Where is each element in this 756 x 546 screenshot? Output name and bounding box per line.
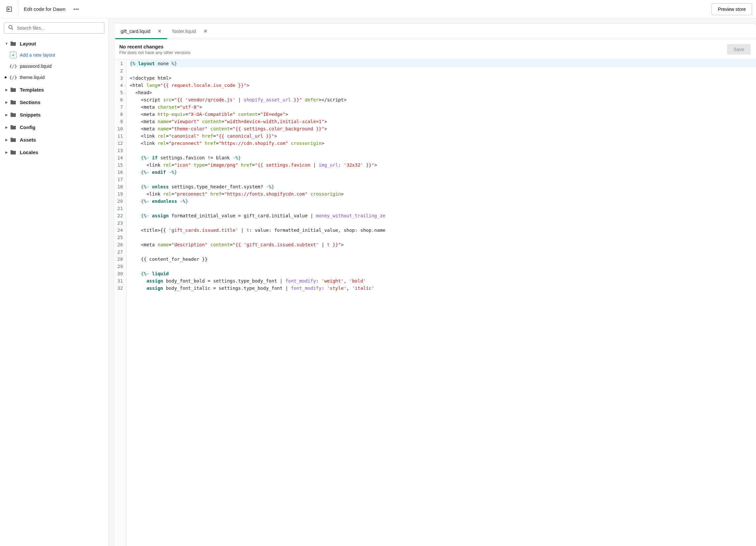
folder-sections[interactable]: ▶ Sections	[3, 96, 106, 108]
folder-icon	[10, 136, 16, 143]
code-line[interactable]	[130, 205, 756, 212]
liquid-file-icon: {/}	[10, 63, 16, 70]
folder-snippets[interactable]: ▶ Snippets	[3, 109, 106, 121]
folder-icon	[10, 124, 16, 130]
chevron-right-icon: ▶	[5, 88, 9, 92]
add-layout-label: Add a new layout	[20, 52, 55, 58]
code-line[interactable]: <link rel="canonical" href="{{ canonical…	[130, 132, 756, 140]
folder-locales[interactable]: ▶ Locales	[3, 146, 106, 158]
code-line[interactable]	[130, 176, 756, 183]
code-line[interactable]: <meta charset="utf-8">	[130, 103, 756, 111]
folder-label: Templates	[20, 87, 44, 93]
folder-templates[interactable]: ▶ Templates	[3, 84, 106, 96]
code-line[interactable]: {%- endif -%}	[130, 169, 756, 176]
file-label: theme.liquid	[20, 75, 45, 80]
folder-icon	[10, 99, 16, 105]
chevron-right-icon: ▶	[5, 151, 9, 154]
folder-icon	[10, 86, 16, 93]
code-line[interactable]: <!doctype html>	[130, 74, 756, 82]
code-line[interactable]: <meta name="viewport" content="width=dev…	[130, 118, 756, 125]
line-number: 3	[117, 74, 123, 82]
code-line[interactable]: {%- if settings.favicon != blank -%}	[130, 154, 756, 161]
folder-icon	[10, 111, 16, 118]
line-number: 29	[117, 263, 123, 270]
line-number: 21	[117, 205, 123, 212]
code-line[interactable]: {%- unless settings.type_header_font.sys…	[130, 183, 756, 190]
code-line[interactable]: <link rel="preconnect" href="https://fon…	[130, 190, 756, 198]
chevron-right-icon: ▶	[5, 113, 9, 117]
close-icon[interactable]: ✕	[158, 28, 162, 34]
svg-point-1	[9, 25, 12, 29]
tab-label: footer.liquid	[172, 29, 196, 34]
status-subtitle: File does not have any other versions	[119, 50, 190, 55]
line-number: 20	[117, 198, 123, 205]
code-line[interactable]: <script src="{{ 'vendor/qrcode.js' | sho…	[130, 96, 756, 103]
code-line[interactable]: assign body_font_bold = settings.type_bo…	[130, 277, 756, 284]
code-line[interactable]: <meta name="description" content="{{ 'gi…	[130, 241, 756, 248]
code-line[interactable]: <link rel="preconnect" href="https://cdn…	[130, 140, 756, 147]
exit-button[interactable]	[0, 0, 18, 18]
code-line[interactable]: {% layout none %}	[130, 60, 756, 67]
tab-footer[interactable]: footer.liquid ✕	[167, 24, 213, 39]
file-label: password.liquid	[20, 64, 52, 69]
tab-gift-card[interactable]: gift_card.liquid ✕	[115, 24, 167, 39]
folder-label: Snippets	[20, 112, 41, 118]
preview-store-button[interactable]: Preview store	[712, 3, 752, 15]
folder-icon	[10, 149, 16, 156]
line-number: 26	[117, 241, 123, 248]
folder-assets[interactable]: ▶ Assets	[3, 134, 106, 146]
code-line[interactable]: <html lang="{{ request.locale.iso_code }…	[130, 82, 756, 89]
code-line[interactable]: <head>	[130, 89, 756, 96]
liquid-file-icon: {/}	[10, 74, 16, 81]
file-theme-liquid[interactable]: {/} theme.liquid	[3, 72, 106, 83]
folder-icon	[10, 40, 16, 47]
code-line[interactable]: {%- assign formatted_initial_value = gif…	[130, 212, 756, 219]
close-icon[interactable]: ✕	[203, 28, 208, 34]
code-line[interactable]	[130, 67, 756, 74]
fold-icon[interactable]: ⌄	[124, 82, 126, 89]
editor-pane: gift_card.liquid ✕ footer.liquid ✕ No re…	[109, 18, 756, 546]
code-line[interactable]: {%- liquid	[130, 270, 756, 277]
more-button[interactable]: •••	[71, 5, 82, 13]
code-line[interactable]	[130, 248, 756, 256]
folder-label: Assets	[20, 137, 36, 143]
line-number: 16	[117, 169, 123, 176]
code-line[interactable]: {%- endunless -%}	[130, 198, 756, 205]
code-line[interactable]: <meta http-equiv="X-UA-Compatible" conte…	[130, 111, 756, 118]
page-title: Edit code for Dawn	[18, 6, 71, 12]
code-line[interactable]	[130, 234, 756, 241]
code-line[interactable]: <meta name="theme-color" content="{{ set…	[130, 125, 756, 132]
save-button[interactable]: Save	[727, 44, 751, 55]
code-line[interactable]	[130, 219, 756, 227]
line-number: 4⌄	[117, 82, 123, 89]
code-line[interactable]: <title>{{ 'gift_cards.issued.title' | t:…	[130, 227, 756, 234]
add-new-layout[interactable]: + Add a new layout	[3, 49, 106, 61]
line-number: 5⌄	[117, 89, 123, 96]
line-number: 11	[117, 132, 123, 140]
chevron-right-icon: ▶	[5, 138, 9, 142]
code-line[interactable]: assign body_font_italic = settings.type_…	[130, 284, 756, 292]
line-number: 1	[117, 60, 123, 67]
code-editor[interactable]: 1234⌄5⌄678910111213141516171819202122232…	[114, 60, 756, 546]
line-number: 8	[117, 111, 123, 118]
code-line[interactable]: <link rel="icon" type="image/png" href="…	[130, 161, 756, 169]
line-number: 30	[117, 270, 123, 277]
status-title: No recent changes	[119, 44, 190, 49]
file-password-liquid[interactable]: {/} password.liquid	[3, 61, 106, 72]
folder-config[interactable]: ▶ Config	[3, 121, 106, 133]
line-number: 2	[117, 67, 123, 74]
chevron-right-icon: ▶	[5, 126, 9, 129]
search-icon	[8, 25, 14, 32]
editor-tabs: gift_card.liquid ✕ footer.liquid ✕	[114, 24, 756, 39]
line-number: 12	[117, 140, 123, 147]
code-line[interactable]: {{ content_for_header }}	[130, 256, 756, 263]
search-input[interactable]	[4, 22, 104, 34]
tab-label: gift_card.liquid	[121, 29, 150, 34]
line-number: 14	[117, 154, 123, 161]
folder-layout[interactable]: ▼ Layout	[3, 38, 106, 49]
code-line[interactable]	[130, 263, 756, 270]
folder-label: Sections	[20, 100, 41, 105]
line-number: 28	[117, 256, 123, 263]
fold-icon[interactable]: ⌄	[124, 89, 126, 96]
code-line[interactable]	[130, 147, 756, 154]
